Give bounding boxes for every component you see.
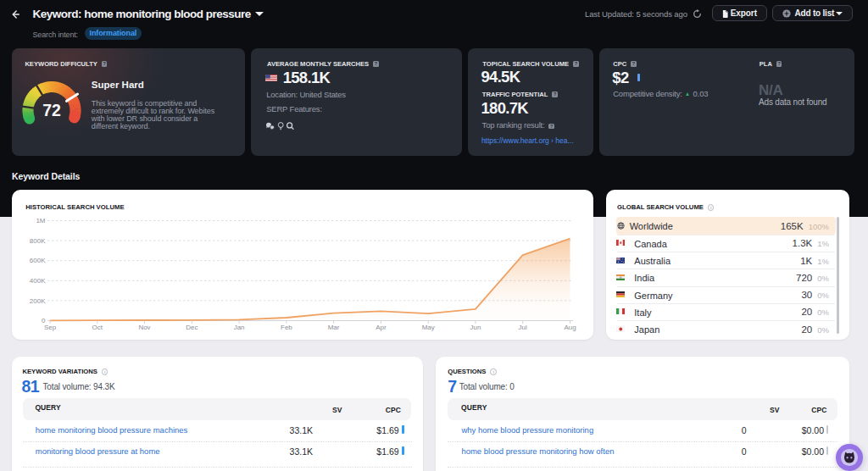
svg-text:Jul: Jul — [519, 324, 527, 331]
svg-text:Mar: Mar — [328, 324, 340, 331]
svg-text:400K: 400K — [30, 277, 46, 285]
svg-text:Sep: Sep — [44, 324, 57, 331]
svg-text:800K: 800K — [30, 237, 46, 245]
svg-text:Aug: Aug — [564, 324, 576, 331]
svg-text:200K: 200K — [30, 297, 46, 305]
svg-text:Apr: Apr — [376, 324, 387, 331]
svg-text:600K: 600K — [30, 257, 46, 264]
svg-text:May: May — [422, 324, 435, 331]
svg-text:1M: 1M — [36, 217, 45, 224]
svg-text:Nov: Nov — [138, 324, 150, 331]
svg-text:Dec: Dec — [186, 324, 198, 331]
svg-text:Feb: Feb — [281, 324, 292, 331]
svg-text:Jan: Jan — [234, 324, 245, 331]
svg-text:Oct: Oct — [92, 324, 103, 331]
svg-text:Jun: Jun — [470, 324, 481, 331]
